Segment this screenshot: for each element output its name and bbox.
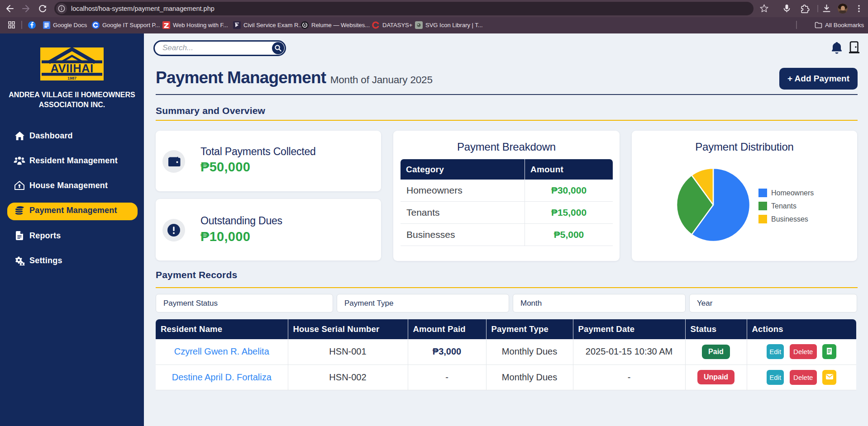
- svg-text:AVIIHAI: AVIIHAI: [50, 62, 93, 75]
- svg-text:1987: 1987: [67, 76, 76, 80]
